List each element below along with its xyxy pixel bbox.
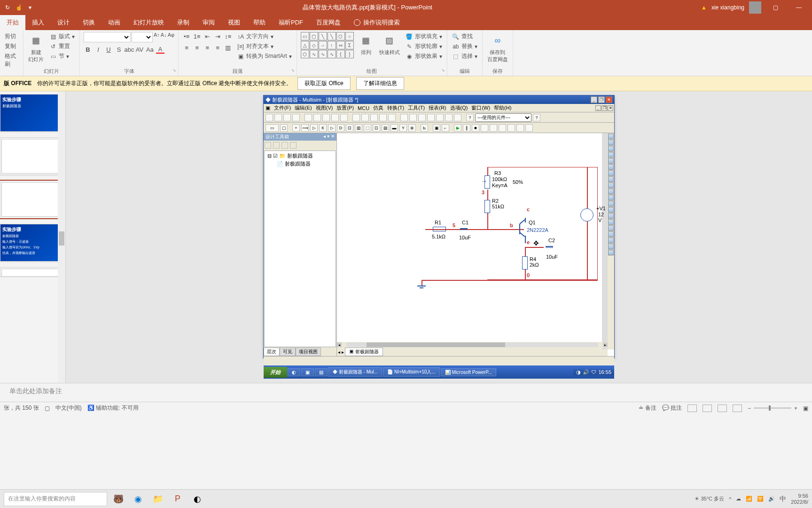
instr-fg-icon[interactable] — [608, 140, 614, 145]
find-button[interactable]: 🔍查找 — [451, 32, 478, 41]
tb-place-icon[interactable]: ▣ — [433, 124, 440, 132]
ptb1-icon[interactable] — [265, 142, 271, 149]
weather[interactable]: ☀ 35°C 多云 — [695, 495, 724, 502]
menu-window[interactable]: 窗口(W) — [471, 104, 490, 111]
r4-resistor[interactable] — [522, 256, 528, 270]
menu-file[interactable]: 文件(F) — [274, 104, 291, 111]
tray-volume-icon[interactable]: 🔊 — [768, 496, 775, 502]
dialog-launcher-icon[interactable]: ↘ — [441, 68, 445, 72]
tray-icon[interactable]: ◑ — [576, 369, 581, 375]
task-multisim[interactable]: ◆ 射极跟随器 - Mul... — [328, 367, 382, 377]
doc-close-icon[interactable]: ✕ — [608, 105, 613, 111]
strike-icon[interactable]: S — [115, 45, 123, 54]
explorer-icon[interactable]: 📁 — [149, 491, 166, 508]
menu-tools[interactable]: 工具(T) — [408, 104, 425, 111]
tab-view[interactable]: 视图 — [221, 15, 247, 30]
cortana-icon[interactable]: 🐻 — [110, 491, 127, 508]
instr-la-icon[interactable] — [608, 183, 614, 188]
replace-button[interactable]: ab替换 ▾ — [451, 42, 478, 51]
tb-comp7-icon[interactable] — [454, 114, 461, 121]
instr-wm-icon[interactable] — [608, 146, 614, 151]
slide-editor[interactable]: ◆ 射极跟随器 - Multisim - [射极跟随器 *] _❐✕ ▣ 文件(… — [66, 91, 812, 383]
instr-cp-icon[interactable] — [608, 231, 614, 237]
ground[interactable] — [417, 286, 426, 291]
tb-mixed-icon[interactable]: ⬚ — [364, 124, 371, 132]
tb-wire-icon[interactable]: ⌐ — [442, 124, 449, 132]
instr-bode-icon[interactable] — [608, 164, 614, 170]
smartart-button[interactable]: ▣转换为 SmartArt ▾ — [236, 52, 293, 61]
tray-icon3[interactable]: 🛡 — [591, 369, 596, 375]
v-scrollbar[interactable] — [602, 133, 608, 349]
zoom-out-icon[interactable]: − — [748, 405, 751, 412]
normal-view-icon[interactable] — [687, 405, 697, 412]
tb-zoomfit-icon[interactable] — [388, 114, 396, 121]
instr-mt-icon[interactable] — [608, 238, 614, 243]
shapes-gallery[interactable]: ▭▢╲╲⬡○ △◇→↑⇔Σ ⬡∿∿∿{} — [301, 32, 354, 58]
learn-more-button[interactable]: 了解详细信息 — [356, 77, 404, 90]
minimize-icon[interactable]: — — [789, 0, 808, 15]
tb-run-icon[interactable]: ▶ — [454, 124, 461, 132]
tab-slideshow[interactable]: 幻灯片放映 — [127, 15, 171, 30]
align-right-icon[interactable]: ≡ — [203, 43, 211, 52]
thumb-4[interactable]: 实验步骤射极跟随器 输入信号：示波器 输入信号设为1KHz、1Vp 仿真，并观察… — [0, 224, 62, 262]
tb-comp1-icon[interactable] — [400, 114, 408, 121]
autosave-icon[interactable]: ↻ — [4, 4, 11, 11]
reset-button[interactable]: ↺重置 — [48, 42, 76, 51]
doc-tab[interactable]: ▣ 射极跟随器 — [345, 348, 383, 356]
tab-transitions[interactable]: 切换 — [76, 15, 102, 30]
quick-styles-button[interactable]: ▨快速样式 — [378, 32, 401, 57]
task-ppt[interactable]: 📊 Microsoft PowerP... — [441, 368, 496, 376]
comments-button[interactable]: 💬 批注 — [662, 404, 682, 412]
tb-help-icon[interactable]: ? — [466, 114, 474, 121]
justify-icon[interactable]: ≡ — [213, 43, 222, 52]
tab-hierarchy[interactable]: 层次 — [264, 348, 280, 356]
notes-pane[interactable]: 单击此处添加备注 — [0, 383, 812, 402]
tb-i6-icon[interactable] — [525, 124, 533, 132]
instr-ag-icon[interactable] — [608, 219, 614, 225]
tray-wifi-icon[interactable]: 🛜 — [757, 496, 764, 502]
doc-restore-icon[interactable]: ❐ — [601, 105, 607, 111]
tb-undo-icon[interactable] — [331, 114, 339, 121]
schematic-canvas[interactable]: ◂ ▸ ▣ 射极跟随器 — [337, 133, 614, 356]
numbering-icon[interactable]: 1≡ — [193, 32, 201, 40]
instr-osc-icon[interactable] — [608, 152, 614, 158]
layout-button[interactable]: ▤版式 ▾ — [48, 32, 76, 41]
copy-button[interactable]: 复制 — [4, 42, 19, 51]
instr-tek-icon[interactable] — [608, 225, 614, 231]
instr-sa-icon[interactable] — [608, 207, 614, 213]
tab-tell-me[interactable]: 操作说明搜索 — [347, 15, 406, 30]
tb-zoomfull-icon[interactable] — [352, 114, 360, 121]
tb-zoomout-icon[interactable] — [370, 114, 378, 121]
touch-icon[interactable]: ☝ — [15, 4, 23, 11]
thumb-2[interactable] — [0, 137, 62, 175]
get-genuine-button[interactable]: 获取正版 Office — [297, 77, 350, 90]
tb-comp4-icon[interactable] — [427, 114, 435, 121]
tray-onedrive-icon[interactable]: ☁ — [736, 496, 741, 502]
thumb-5[interactable] — [0, 267, 62, 277]
instr-na-icon[interactable] — [608, 213, 614, 219]
reading-view-icon[interactable] — [718, 405, 727, 412]
tb-zoomarea-icon[interactable] — [379, 114, 387, 121]
tab-home[interactable]: 开始 — [0, 15, 25, 30]
h-scrollbar[interactable]: ◂▸ — [337, 342, 608, 348]
tray-icon2[interactable]: 🔊 — [583, 369, 589, 375]
lang-icon[interactable]: ▢ — [45, 405, 50, 412]
tb-i1-icon[interactable] — [481, 124, 488, 132]
tb-stop-icon[interactable]: ■ — [472, 124, 479, 132]
tb-zoomin-icon[interactable] — [361, 114, 369, 121]
dialog-launcher-icon[interactable]: ↘ — [291, 68, 295, 72]
tab-visibility[interactable]: 可见 — [280, 348, 296, 356]
section-button[interactable]: ▭节 ▾ — [48, 52, 76, 61]
close-icon[interactable]: ✕ — [606, 96, 612, 103]
ql1-icon[interactable]: ◐ — [288, 368, 300, 376]
instr-lc-icon[interactable] — [608, 189, 614, 194]
shape-outline-button[interactable]: ✎形状轮廓 ▾ — [405, 42, 443, 51]
avatar[interactable] — [749, 1, 761, 14]
tb-comp6-icon[interactable] — [445, 114, 453, 121]
thumb-scrollbar[interactable] — [58, 91, 65, 383]
instr-fc-icon[interactable] — [608, 170, 614, 176]
thumb-3-selected[interactable] — [0, 181, 62, 218]
tb-wide-icon[interactable]: ▭ — [265, 124, 279, 132]
clock[interactable]: 9:562022/8/ — [791, 493, 808, 504]
tb-save-icon[interactable] — [283, 114, 291, 121]
